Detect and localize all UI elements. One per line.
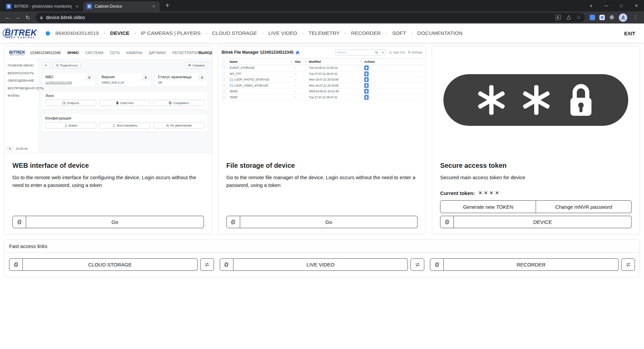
share-icon[interactable]: [566, 15, 571, 20]
nav-live-video[interactable]: LIVE VIDEO: [257, 30, 297, 36]
chevron-down-icon: ▼: [382, 51, 384, 54]
close-tab-icon[interactable]: ×: [74, 4, 80, 9]
translate-icon[interactable]: A: [555, 15, 561, 20]
copy-link-button[interactable]: [9, 258, 23, 271]
copy-icon: [86, 74, 93, 80]
row-checkbox: [222, 78, 225, 81]
tab-title: Cabinet-Device: [95, 4, 148, 9]
nav-soft[interactable]: SOFT: [381, 30, 406, 36]
file-search-input: [337, 51, 373, 54]
window-controls: ∨ — □ ✕: [584, 0, 644, 11]
swap-icon[interactable]: [411, 258, 424, 271]
file-table-header: Name⇅ Size⇅ Modified⇅ Actions: [221, 59, 423, 65]
forward-button[interactable]: →: [13, 13, 22, 22]
nav-telemetry[interactable]: TELEMETRY: [297, 30, 340, 36]
swap-icon[interactable]: [621, 258, 635, 271]
token-pill-graphic: [443, 74, 628, 126]
card-description: Secured main access token for device: [440, 173, 632, 181]
nav-recorder[interactable]: RECORDER: [340, 30, 381, 36]
browser-tab-bitrek[interactable]: B BITREK - photo/video monitoring ×: [3, 1, 83, 11]
sidebar-item: ФАЙЛЫ: [8, 94, 35, 97]
cloud-storage-link[interactable]: CLOUD STORAGE: [23, 258, 198, 271]
preview-menu-system: СИСТЕМА: [79, 51, 104, 55]
secure-token-card: Secure access token Secured main access …: [432, 46, 640, 235]
exit-link[interactable]: EXIT: [624, 31, 635, 36]
sidebar-item: ГЛАВНОЕ МЕНЮ: [8, 63, 35, 67]
nav-ip-cameras[interactable]: IP CAMERAS | PLAYERS: [129, 30, 201, 36]
sort-icon: ⇅: [290, 60, 292, 63]
tab-strip: B BITREK - photo/video monitoring × B Ca…: [0, 0, 644, 11]
copy-link-button[interactable]: [220, 258, 233, 271]
file-manager-title: Bitrek File Manager 123451234512345: [222, 50, 293, 55]
nav-device[interactable]: DEVICE: [99, 30, 129, 36]
preview-menu-network: СЕТЬ: [103, 51, 120, 55]
bitrek-favicon-icon: B: [87, 4, 92, 9]
address-bar[interactable]: device.bitrek.video A ☆: [36, 13, 585, 22]
tab-title: BITREK - photo/video monitoring: [14, 4, 72, 9]
config-default-button: ⇆ По умолчанию: [153, 122, 204, 129]
reload-button[interactable]: ↻: [23, 13, 32, 22]
go-web-interface-button[interactable]: Go: [26, 216, 204, 228]
sign-out-link: Sign Out: [389, 51, 405, 54]
delete-file-icon: [364, 77, 369, 82]
copy-link-button[interactable]: [440, 216, 454, 228]
bitrek-logo[interactable]: BITREK KEEP CONTROL: [5, 28, 37, 39]
nav-cloud-storage[interactable]: CLOUD STORAGE: [201, 30, 257, 36]
extension-icon[interactable]: [599, 15, 605, 20]
search-icon: [375, 51, 378, 54]
device-link-button[interactable]: DEVICE: [454, 216, 632, 228]
delete-file-icon: [364, 83, 369, 88]
file-row: LOOP_PHOTO_STORAGE - Mon 19.07.21 20:33:…: [221, 77, 423, 83]
close-tab-icon[interactable]: ×: [151, 4, 156, 9]
card-description: Go to the remote file manager of the dev…: [226, 173, 418, 189]
preview-menu-info: ИНФО: [61, 51, 78, 55]
swap-icon[interactable]: [200, 258, 214, 271]
tab-search-icon[interactable]: ∨: [584, 0, 599, 11]
preview-menu-cameras: КАМЕРЫ: [120, 51, 142, 55]
copy-link-button[interactable]: [430, 258, 444, 271]
row-checkbox: [222, 84, 225, 87]
file-row: EVENT_STORAGE - Tue 03.08.21 21:00:12: [221, 65, 423, 71]
recorder-link[interactable]: RECORDER: [444, 258, 619, 271]
puzzle-extensions-icon[interactable]: [609, 15, 614, 20]
logs-save-button: Сохранить: [153, 100, 204, 106]
online-status-dot: [46, 31, 50, 36]
sort-icon: ⇅: [360, 60, 363, 63]
preview-sidebar: ГЛАВНОЕ МЕНЮ БЕЗОПАСНОСТЬ ОБОРУДОВАНИЕ Б…: [4, 59, 38, 153]
file-row: INT_FTP - Tue 27.07.21 09:47:21: [221, 71, 423, 77]
imei-box: IMEI 123451234512345: [42, 72, 95, 87]
close-window-button[interactable]: ✕: [629, 0, 644, 11]
file-manager-preview: Bitrek File Manager 123451234512345 ▼: [218, 46, 426, 153]
bookmark-star-icon[interactable]: ☆: [577, 14, 581, 20]
row-checkbox: [222, 96, 225, 99]
back-button[interactable]: ←: [3, 13, 12, 22]
sidebar-item: БЕСПРОВОДНАЯ СЕТЬ: [8, 86, 35, 90]
nav-documentation[interactable]: DOCUMENTATION: [406, 30, 462, 36]
fast-link-live-video: LIVE VIDEO: [220, 258, 425, 271]
config-backup-button: Бэкап: [45, 122, 96, 129]
browser-tab-cabinet-device[interactable]: B Cabinet-Device ×: [83, 1, 160, 11]
minimize-button[interactable]: —: [599, 0, 614, 11]
file-table: Name⇅ Size⇅ Modified⇅ Actions EVENT_STOR…: [221, 58, 423, 100]
home-icon: [296, 51, 300, 54]
fast-link-cloud-storage: CLOUD STORAGE: [9, 258, 214, 271]
card-title: WEB interface of device: [12, 162, 204, 169]
logs-section: Логи Открыть Очистить: [42, 91, 208, 109]
profile-avatar[interactable]: Д: [619, 13, 627, 22]
generate-token-button[interactable]: Generate newTOKEN: [440, 200, 536, 213]
copy-link-button[interactable]: [226, 216, 240, 228]
change-password-button[interactable]: Change mNVRpassword: [536, 200, 632, 213]
browser-menu-icon[interactable]: ⋮: [632, 14, 639, 20]
live-video-link[interactable]: LIVE VIDEO: [233, 258, 408, 271]
copy-link-button[interactable]: [12, 216, 26, 228]
maximize-button[interactable]: □: [614, 0, 629, 11]
storage-status-value: ОК: [158, 81, 205, 84]
go-file-storage-button[interactable]: Go: [240, 216, 418, 228]
new-tab-button[interactable]: +: [163, 2, 172, 9]
preview-device-id: 123451234512345: [30, 51, 61, 55]
web-interface-preview: BITREK KEEP CONTROL 123451234512345 ИНФО…: [4, 46, 212, 153]
file-row: TEMP - Tue 27.07.21 09:47:21: [221, 95, 423, 101]
file-search-box: ▼: [335, 49, 386, 55]
lock-icon: [40, 15, 43, 20]
extension-icon[interactable]: [590, 15, 595, 20]
